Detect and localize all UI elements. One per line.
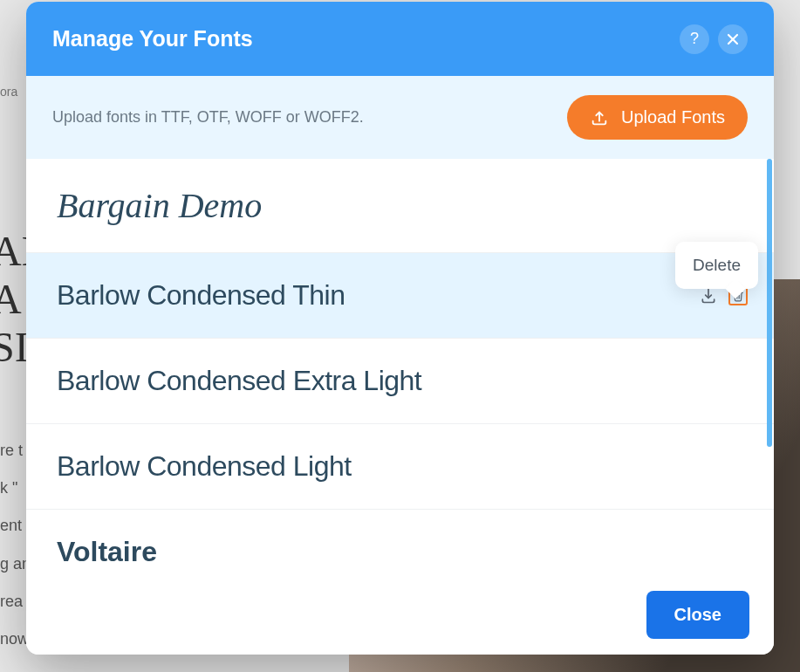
font-row[interactable]: Bargain Demo <box>26 159 774 253</box>
upload-button-label: Upload Fonts <box>621 107 725 127</box>
backdrop-text: ora <box>0 79 17 106</box>
upload-fonts-button[interactable]: Upload Fonts <box>567 95 748 140</box>
upload-bar: Upload fonts in TTF, OTF, WOFF or WOFF2.… <box>26 76 774 159</box>
close-icon-button[interactable] <box>718 24 748 54</box>
modal-header: Manage Your Fonts ? <box>26 2 774 76</box>
help-icon: ? <box>690 30 699 48</box>
manage-fonts-modal: Manage Your Fonts ? Upload fonts in TTF,… <box>26 2 774 655</box>
scrollbar-thumb[interactable] <box>767 159 772 447</box>
modal-title: Manage Your Fonts <box>52 26 253 51</box>
font-row[interactable]: Barlow Condensed Thin <box>26 253 774 339</box>
close-button[interactable]: Close <box>646 591 749 639</box>
font-row[interactable]: Barlow Condensed Light <box>26 424 774 510</box>
header-icons: ? <box>680 24 748 54</box>
delete-tooltip: Delete <box>675 242 758 289</box>
font-row[interactable]: Voltaire <box>26 510 774 575</box>
font-name-label: Bargain Demo <box>57 185 262 226</box>
font-name-label: Barlow Condensed Thin <box>57 279 345 312</box>
help-button[interactable]: ? <box>680 24 709 54</box>
font-name-label: Barlow Condensed Light <box>57 450 352 483</box>
font-row[interactable]: Barlow Condensed Extra Light <box>26 339 774 424</box>
modal-footer: Close <box>26 575 774 655</box>
font-list[interactable]: Delete Bargain Demo Barlow Condensed Thi… <box>26 159 774 575</box>
download-icon <box>700 287 717 305</box>
scrollbar[interactable] <box>767 159 772 575</box>
close-icon <box>727 33 739 45</box>
upload-icon <box>590 108 609 127</box>
upload-hint: Upload fonts in TTF, OTF, WOFF or WOFF2. <box>52 108 364 127</box>
font-name-label: Voltaire <box>57 536 157 568</box>
font-name-label: Barlow Condensed Extra Light <box>57 365 421 397</box>
